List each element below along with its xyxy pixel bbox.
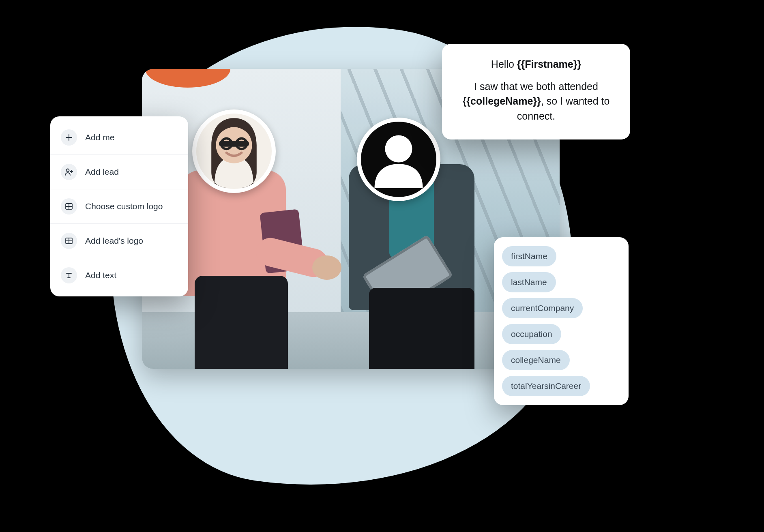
variable-collegename[interactable]: collegeName <box>502 350 570 370</box>
menu-item-add-lead-logo[interactable]: Add lead's logo <box>50 224 188 258</box>
variable-currentcompany[interactable]: currentCompany <box>502 298 583 318</box>
greeting-variable: {{Firstname}} <box>517 58 581 70</box>
menu-item-add-lead[interactable]: Add lead <box>50 155 188 189</box>
variable-occupation[interactable]: occupation <box>502 324 561 344</box>
variable-lastname[interactable]: lastName <box>502 272 556 292</box>
plus-icon <box>61 129 77 146</box>
svg-point-5 <box>67 169 69 172</box>
menu-item-choose-logo[interactable]: Choose custom logo <box>50 189 188 224</box>
svg-point-4 <box>385 135 412 162</box>
menu-item-label: Choose custom logo <box>85 202 163 211</box>
message-greeting: Hello {{Firstname}} <box>458 58 614 70</box>
add-menu: Add me Add lead Choose custom logo Add l… <box>50 116 188 296</box>
woman-face-icon <box>196 114 272 189</box>
greeting-prefix: Hello <box>491 58 517 70</box>
body-variable: {{collegeName}} <box>463 95 541 107</box>
menu-item-label: Add me <box>85 133 114 142</box>
message-preview: Hello {{Firstname}} I saw that we both a… <box>442 44 630 139</box>
menu-item-label: Add lead <box>85 167 119 177</box>
grid-icon <box>61 198 77 215</box>
menu-item-add-text[interactable]: Add text <box>50 258 188 292</box>
person-icon <box>361 122 436 197</box>
ceiling-light <box>145 69 230 88</box>
person-plus-icon <box>61 164 77 180</box>
svg-rect-1 <box>219 141 249 147</box>
variable-firstname[interactable]: firstName <box>502 246 556 266</box>
menu-item-label: Add text <box>85 270 116 280</box>
avatar-left <box>192 109 276 193</box>
grid-icon <box>61 233 77 249</box>
variables-panel: firstName lastName currentCompany occupa… <box>494 237 629 405</box>
menu-item-label: Add lead's logo <box>85 236 143 246</box>
menu-item-add-me[interactable]: Add me <box>50 120 188 155</box>
body-before: I saw that we both attended <box>474 81 598 92</box>
text-icon <box>61 267 77 283</box>
message-body: I saw that we both attended {{collegeNam… <box>458 79 614 123</box>
avatar-right-placeholder <box>357 118 440 201</box>
variable-totalyearsincareer[interactable]: totalYearsinCareer <box>502 376 590 396</box>
canvas: Add me Add lead Choose custom logo Add l… <box>0 0 764 532</box>
